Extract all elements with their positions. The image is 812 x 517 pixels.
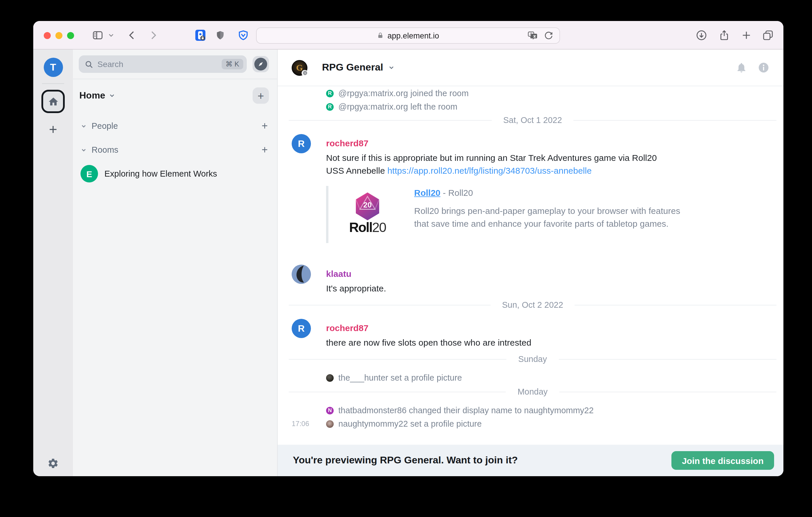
home-space-button[interactable] [41, 90, 65, 113]
message-body: there are now five slots open those who … [326, 336, 676, 349]
message-body: Not sure if this is appropriate but im r… [326, 152, 676, 177]
notifications-bell-icon[interactable] [735, 62, 747, 73]
home-icon [48, 96, 59, 107]
member-photo-avatar [326, 420, 334, 428]
date-separator-label: Sunday [518, 354, 547, 364]
roll20-logo: 20 Roll20 [338, 186, 397, 243]
member-badge: N [326, 406, 334, 414]
date-separator: Sun, Oct 2 2022 [278, 298, 783, 311]
system-event: R @rpgya:matrix.org left the room [278, 100, 783, 113]
space-name[interactable]: Home [79, 90, 105, 101]
add-button[interactable]: + [253, 87, 269, 104]
chevron-down-icon[interactable] [81, 123, 87, 129]
search-field[interactable] [97, 59, 217, 69]
compass-icon [254, 58, 267, 70]
room-header: G RPG General [278, 50, 783, 86]
preview-description: Roll20 brings pen-and-paper gameplay to … [414, 205, 686, 230]
share-icon[interactable] [718, 29, 730, 41]
preview-bar: You're previewing RPG General. Want to j… [278, 445, 783, 476]
rail-divider [42, 83, 64, 84]
roll20-wordmark: Roll20 [349, 221, 386, 234]
close-window-button[interactable] [44, 32, 51, 39]
add-people-button[interactable]: + [262, 121, 268, 131]
preview-title-link[interactable]: Roll20 [414, 188, 440, 197]
search-shortcut-badge: ⌘ K [221, 59, 243, 69]
preview-message: You're previewing RPG General. Want to j… [293, 455, 518, 466]
search-input[interactable]: ⌘ K [79, 55, 247, 73]
timestamp: 17:06 [278, 420, 309, 428]
reload-icon[interactable] [543, 30, 554, 41]
avatar[interactable]: R [292, 319, 311, 338]
room-name: Exploring how Element Works [105, 169, 217, 178]
chevron-down-icon[interactable] [109, 92, 116, 99]
system-event-text: naughtymommy22 set a profile picture [338, 419, 482, 428]
room-avatar: E [81, 165, 98, 182]
sidebar-toggle-icon[interactable] [92, 29, 104, 41]
explore-rooms-button[interactable] [253, 56, 269, 72]
sender-name[interactable]: rocherd87 [326, 322, 783, 334]
member-photo-avatar [326, 374, 334, 382]
avatar[interactable]: R [292, 134, 311, 153]
address-bar[interactable]: app.element.io A [256, 27, 560, 44]
system-event-text: @rpgya:matrix.org joined the room [338, 89, 469, 98]
message-timeline: R @rpgya:matrix.org joined the room R @r… [278, 86, 783, 445]
section-rooms[interactable]: Rooms + [73, 145, 277, 155]
d20-die-icon: 20 [354, 192, 381, 221]
lock-icon [377, 31, 384, 40]
user-avatar[interactable]: T [44, 58, 63, 77]
sender-name[interactable]: klaatu [326, 268, 783, 280]
password-manager-extension-icon[interactable] [195, 29, 206, 41]
avatar[interactable] [292, 265, 311, 284]
new-tab-icon[interactable] [740, 29, 753, 41]
system-event-text: @rpgya:matrix.org left the room [338, 102, 457, 111]
url-preview-card: 20 Roll20 Roll20 - Roll20 Roll20 brings … [326, 186, 783, 243]
member-badge: R [326, 89, 334, 97]
space-rail: T + [33, 50, 73, 476]
message-link[interactable]: https://app.roll20.net/lfg/listing/34870… [387, 165, 592, 176]
back-icon[interactable] [126, 29, 138, 41]
zoom-window-button[interactable] [67, 32, 74, 39]
create-space-button[interactable]: + [49, 122, 57, 136]
message-body: It's appropriate. [326, 282, 676, 295]
chevron-down-icon[interactable] [107, 31, 115, 39]
system-event: 17:06 naughtymommy22 set a profile pictu… [278, 417, 783, 430]
chevron-down-icon[interactable] [388, 64, 395, 71]
room-list-divider [73, 79, 277, 79]
sender-name[interactable]: rocherd87 [326, 138, 783, 149]
download-icon[interactable] [695, 29, 707, 41]
system-event: the___hunter set a profile picture [278, 371, 783, 384]
chevron-down-icon[interactable] [81, 147, 87, 153]
translate-icon[interactable]: A [527, 30, 539, 41]
date-separator-label: Sun, Oct 2 2022 [502, 300, 563, 309]
room-info-icon[interactable] [758, 62, 770, 73]
forward-icon[interactable] [147, 29, 159, 41]
chat-panel: G RPG General [278, 50, 783, 476]
preview-title: Roll20 - Roll20 [414, 186, 686, 199]
public-room-globe-icon [301, 70, 308, 76]
system-event: N thatbadmonster86 changed their display… [278, 404, 783, 417]
date-separator: Sat, Oct 1 2022 [278, 114, 783, 126]
minimize-window-button[interactable] [55, 32, 62, 39]
section-label: Rooms [92, 145, 118, 154]
browser-toolbar: app.element.io A [33, 21, 783, 50]
system-event-text: the___hunter set a profile picture [338, 373, 462, 383]
settings-gear-icon[interactable] [47, 458, 59, 469]
date-separator: Monday [278, 385, 783, 398]
message: R rocherd87 Not sure if this is appropri… [278, 134, 783, 177]
shield-extension-icon[interactable] [215, 29, 225, 41]
room-title[interactable]: RPG General [322, 62, 383, 73]
system-event: R @rpgya:matrix.org joined the room [278, 87, 783, 100]
join-discussion-button[interactable]: Join the discussion [671, 451, 774, 470]
tab-overview-icon[interactable] [762, 29, 774, 41]
room-header-avatar[interactable]: G [292, 60, 308, 75]
url-text: app.element.io [387, 31, 439, 40]
browser-window: app.element.io A [33, 21, 783, 476]
app-content: T + ⌘ K [33, 50, 783, 476]
blocker-extension-icon[interactable] [237, 29, 249, 41]
add-room-button[interactable]: + [262, 145, 268, 155]
system-event-text: thatbadmonster86 changed their display n… [338, 406, 593, 415]
search-icon [85, 60, 93, 68]
room-list-item[interactable]: E Exploring how Element Works [73, 165, 277, 182]
section-people[interactable]: People + [73, 121, 277, 131]
room-list-panel: ⌘ K Home + [73, 50, 278, 476]
